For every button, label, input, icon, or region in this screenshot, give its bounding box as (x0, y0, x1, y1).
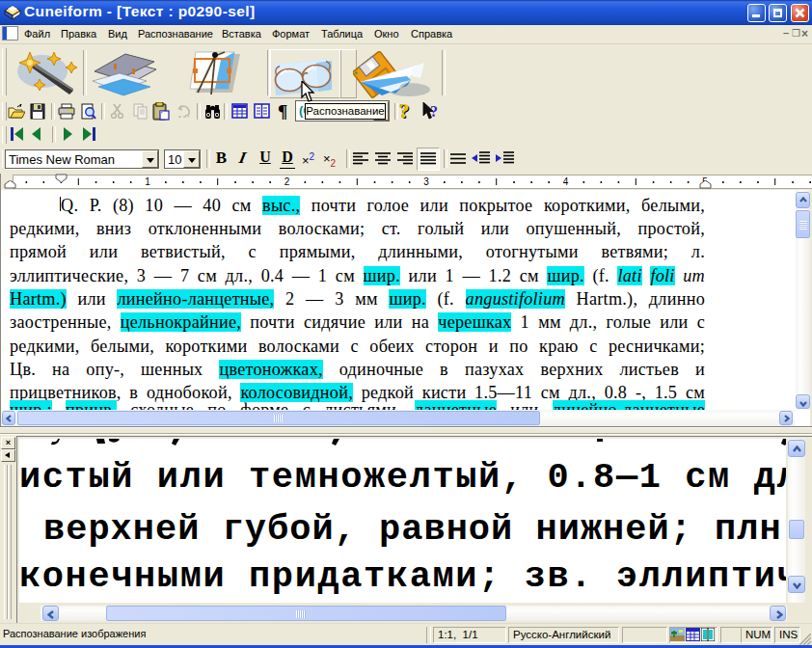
svg-text:4: 4 (563, 176, 569, 187)
svg-text:3: 3 (423, 176, 429, 187)
svg-text:1: 1 (145, 176, 150, 187)
svg-text:2: 2 (284, 176, 290, 187)
svg-text:?: ? (430, 103, 438, 120)
